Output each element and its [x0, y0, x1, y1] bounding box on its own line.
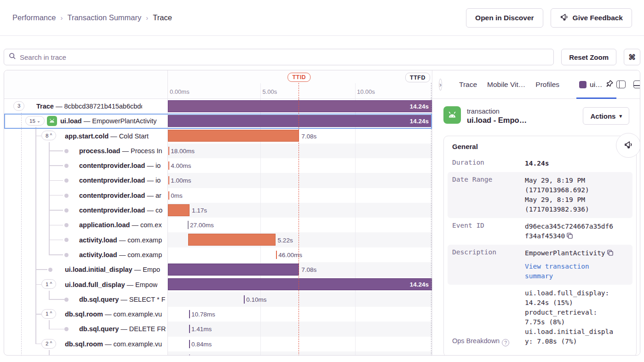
dock-bottom-icon[interactable]	[633, 80, 640, 88]
span-bar-cell[interactable]: 27.00ms	[168, 218, 432, 232]
span-duration-tick[interactable]	[244, 295, 245, 304]
span-bar-cell[interactable]: 4.00ms	[168, 158, 432, 173]
give-feedback-button[interactable]: Give Feedback	[551, 8, 632, 28]
span-duration-tick[interactable]	[168, 161, 169, 170]
span-tree-cell[interactable]: db.sql.query — SELECT * F	[4, 292, 168, 307]
trace-row-db.sql.query[interactable]: db.sql.query — SELECT * F0.10ms	[4, 292, 432, 307]
trace-row-activity.load[interactable]: activity.load — com.examp5.22s	[4, 232, 432, 247]
span-duration-tick[interactable]	[168, 147, 169, 155]
span-tree-cell[interactable]: 1^db.sql.room — com.example.vu	[4, 307, 168, 322]
span-bar-cell[interactable]: 14.24s	[168, 114, 432, 128]
tab-trace[interactable]: Trace	[459, 80, 477, 89]
span-duration-tick[interactable]	[189, 340, 190, 348]
span-bar-cell[interactable]: 46.00ms	[168, 247, 432, 262]
span-tree-cell[interactable]: db.sql.query — INSERT OR	[4, 351, 168, 355]
shortcut-command-button[interactable]: ⌘	[624, 49, 640, 65]
span-count-badge[interactable]: 1^	[41, 309, 56, 319]
span-count-badge[interactable]: 15⌄	[25, 116, 45, 126]
span-bar-cell[interactable]: 1.17s	[168, 203, 432, 218]
trace-row-Trace[interactable]: 3Trace — 8cbbcd38721b415ab6cbdc4ff14.24s	[4, 99, 432, 114]
copy-icon[interactable]	[566, 232, 573, 239]
search-in-trace-field[interactable]	[4, 49, 554, 65]
span-tree-cell[interactable]: process.load — Process In	[4, 144, 168, 158]
span-tree-cell[interactable]: 1^ui.load.full_display — Empow	[4, 277, 168, 292]
expand-panel-button[interactable]: ›	[439, 79, 442, 91]
copy-icon[interactable]	[607, 249, 614, 256]
dock-left-icon[interactable]	[616, 80, 626, 88]
span-bar-cell[interactable]: 0ms	[168, 188, 432, 203]
trace-row-contentprovider.load[interactable]: contentprovider.load — io1.00ms	[4, 173, 432, 188]
span-duration-tick[interactable]	[189, 325, 190, 333]
span-tree-cell[interactable]: contentprovider.load — co	[4, 203, 168, 218]
span-duration-tick[interactable]	[276, 251, 277, 259]
span-bar-cell[interactable]: 5.22s	[168, 232, 432, 247]
span-tree-cell[interactable]: 2^db.sql.room — com.example.vu	[4, 337, 168, 351]
timeline-header[interactable]: 0.00ms 5.00s 10.00s TTID TTFD	[168, 70, 432, 98]
span-tree-cell[interactable]: 3Trace — 8cbbcd38721b415ab6cbdc4ff	[4, 99, 168, 114]
span-bar-cell[interactable]: 1.41ms	[168, 322, 432, 336]
span-duration-tick[interactable]	[168, 176, 169, 184]
actions-button[interactable]: Actions▾	[583, 107, 629, 125]
span-duration-bar[interactable]	[188, 234, 275, 246]
span-bar-cell[interactable]: 14.24s	[168, 277, 432, 292]
trace-row-db.sql.room[interactable]: 2^db.sql.room — com.example.vu0.84ms	[4, 337, 432, 351]
span-tree-cell[interactable]: db.sql.query — DELETE FR	[4, 322, 168, 336]
span-bar-cell[interactable]: 10.78ms	[168, 307, 432, 322]
tab-profiles[interactable]: Profiles	[535, 80, 559, 89]
trace-row-ui.load.full_display[interactable]: 1^ui.load.full_display — Empow14.24s	[4, 277, 432, 292]
breadcrumb-transaction-summary[interactable]: Transaction Summary	[67, 13, 141, 22]
span-duration-bar[interactable]	[168, 204, 190, 216]
tab-mobile-vitals[interactable]: Mobile Vit…	[487, 80, 525, 89]
span-duration-bar[interactable]	[168, 130, 299, 142]
span-bar-cell[interactable]: 0.10ms	[168, 292, 432, 307]
trace-row-process.load[interactable]: process.load — Process In18.00ms	[4, 144, 432, 158]
span-tree-cell[interactable]: contentprovider.load — io	[4, 158, 168, 173]
span-tree-cell[interactable]: application.load — com.ex	[4, 218, 168, 232]
view-transaction-summary-link[interactable]: View transaction summary	[525, 263, 589, 280]
span-duration-bar[interactable]: 14.24s	[168, 278, 432, 290]
span-tree-cell[interactable]: 15⌄ui.load — EmpowerPlantActivity	[4, 114, 168, 128]
feedback-circle-button[interactable]	[616, 133, 640, 158]
span-tree-cell[interactable]: activity.load — com.examp	[4, 247, 168, 262]
reset-zoom-button[interactable]: Reset Zoom	[561, 49, 616, 65]
span-bar-cell[interactable]: 0.70ms	[168, 351, 432, 355]
span-bar-cell[interactable]: 1.00ms	[168, 173, 432, 188]
span-count-badge[interactable]: 1^	[41, 279, 56, 289]
ttid-badge[interactable]: TTID	[288, 73, 310, 82]
span-duration-tick[interactable]	[168, 191, 169, 200]
tab-ui-load-active[interactable]: ui…	[576, 70, 616, 99]
span-duration-bar[interactable]: 14.24s	[168, 100, 432, 112]
trace-row-contentprovider.load[interactable]: contentprovider.load — io4.00ms	[4, 158, 432, 173]
trace-row-application.load[interactable]: application.load — com.ex27.00ms	[4, 218, 432, 232]
open-in-discover-button[interactable]: Open in Discover	[466, 8, 543, 28]
trace-row-contentprovider.load[interactable]: contentprovider.load — ar0ms	[4, 188, 432, 203]
pin-icon[interactable]	[606, 80, 614, 89]
trace-row-ui.load[interactable]: 15⌄ui.load — EmpowerPlantActivity14.24s	[4, 114, 432, 128]
span-tree-cell[interactable]: contentprovider.load — ar	[4, 188, 168, 203]
trace-row-app.start.cold[interactable]: 8^app.start.cold — Cold Start7.08s	[4, 128, 432, 143]
trace-row-db.sql.room[interactable]: 1^db.sql.room — com.example.vu10.78ms	[4, 307, 432, 322]
span-bar-cell[interactable]: 14.24s	[168, 99, 432, 114]
span-duration-tick[interactable]	[189, 355, 190, 355]
span-tree-cell[interactable]: contentprovider.load — io	[4, 173, 168, 188]
ttfd-badge[interactable]: TTFD	[405, 73, 430, 82]
span-tree-cell[interactable]: 8^app.start.cold — Cold Start	[4, 128, 168, 143]
span-duration-tick[interactable]	[188, 221, 189, 229]
span-bar-cell[interactable]: 7.08s	[168, 128, 432, 143]
trace-row-contentprovider.load[interactable]: contentprovider.load — co1.17s	[4, 203, 432, 218]
span-bar-cell[interactable]: 0.84ms	[168, 337, 432, 351]
span-tree-cell[interactable]: ui.load.initial_display — Empo	[4, 262, 168, 277]
span-duration-bar[interactable]: 14.24s	[168, 115, 432, 127]
span-tree-cell[interactable]: activity.load — com.examp	[4, 232, 168, 247]
search-input[interactable]	[20, 53, 549, 61]
span-duration-bar[interactable]	[168, 264, 299, 276]
trace-row-db.sql.query[interactable]: db.sql.query — INSERT OR0.70ms	[4, 351, 432, 355]
trace-row-db.sql.query[interactable]: db.sql.query — DELETE FR1.41ms	[4, 322, 432, 336]
span-duration-tick[interactable]	[189, 310, 190, 318]
span-bar-cell[interactable]: 18.00ms	[168, 144, 432, 158]
span-bar-cell[interactable]: 7.08s	[168, 262, 432, 277]
span-count-badge[interactable]: 3	[13, 101, 24, 111]
breadcrumb-performance[interactable]: Performance	[12, 13, 56, 22]
help-icon[interactable]: ?	[502, 339, 509, 346]
span-count-badge[interactable]: 2^	[41, 339, 56, 349]
